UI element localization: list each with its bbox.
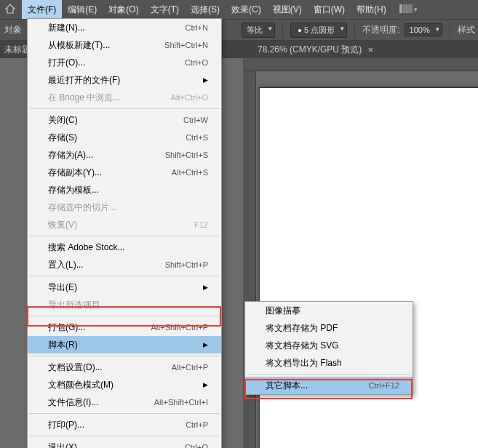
chevron-right-icon: ▶ [203,284,208,291]
menu-item-label: 置入(L)... [48,259,84,271]
menu-item-label: 打印(P)... [48,419,84,431]
file-menu-item-14[interactable]: 搜索 Adobe Stock... [28,239,221,256]
menu-text[interactable]: 文字(T) [145,0,185,19]
opacity-label: 不透明度: [362,24,399,36]
chevron-right-icon: ▶ [203,381,208,388]
menu-object[interactable]: 对象(O) [103,0,144,19]
tab-close-icon[interactable]: × [367,44,373,55]
file-menu-item-17[interactable]: 导出(E)▶ [28,279,221,296]
menu-item-label: 导出所选项目... [48,299,108,311]
menu-select[interactable]: 选择(S) [185,0,226,19]
menu-item-shortcut: Shift+Ctrl+P [165,260,208,269]
menu-item-shortcut: Alt+Ctrl+P [172,363,208,372]
menu-item-label: 恢复(V) [48,219,77,231]
proportion-dropdown[interactable]: 等比 [242,23,275,38]
file-menu-item-24[interactable]: 文档颜色模式(M)▶ [28,376,221,393]
ruler-horizontal [243,58,478,71]
menu-item-shortcut: Alt+Ctrl+S [172,168,208,177]
menu-item-label: 文档设置(D)... [48,361,103,374]
menu-item-label: 退出(X) [48,441,77,449]
menu-edit[interactable]: 编辑(E) [62,0,103,19]
home-icon[interactable] [4,3,16,17]
menubar: 文件(F) 编辑(E) 对象(O) 文字(T) 选择(S) 效果(C) 视图(V… [0,0,478,19]
tab-title: 78.26% (CMYK/GPU 预览) [258,44,362,56]
menu-item-label: 存储为(A)... [48,149,93,161]
file-menu-item-4: 在 Bridge 中浏览...Alt+Ctrl+O [28,89,221,106]
file-menu-item-3[interactable]: 最近打开的文件(F)▶ [28,71,221,89]
style-label: 样式 [458,24,475,36]
menu-item-label: 将文档存储为 PDF [266,322,338,335]
menu-item-shortcut: Alt+Shift+Ctrl+P [151,323,208,332]
stroke-dropdown[interactable]: 5 点圆形 [290,23,347,38]
script-submenu-dropdown: 图像描摹将文档存储为 PDF将文档存储为 SVG将文档导出为 Flash其它脚本… [244,301,413,395]
menu-view[interactable]: 视图(V) [267,0,308,19]
toolbar-label-left: 对象 [4,24,22,36]
file-menu-item-25[interactable]: 文件信息(I)...Alt+Shift+Ctrl+I [28,393,221,411]
menu-item-shortcut: Shift+Ctrl+S [165,151,208,159]
svg-rect-1 [403,4,413,13]
menu-item-label: 最近打开的文件(F) [48,74,120,87]
file-menu-item-6[interactable]: 关闭(C)Ctrl+W [28,111,221,129]
file-menu-item-9[interactable]: 存储副本(Y)...Alt+Ctrl+S [28,164,221,181]
menu-separator [29,108,220,109]
file-menu-item-0[interactable]: 新建(N)...Ctrl+N [28,19,221,36]
menu-window[interactable]: 窗口(W) [308,0,351,19]
menu-help[interactable]: 帮助(H) [351,0,392,19]
layout-icon[interactable] [399,4,413,15]
script-menu-item-2[interactable]: 将文档存储为 SVG [245,337,413,354]
file-menu-item-8[interactable]: 存储为(A)...Shift+Ctrl+S [28,146,221,164]
script-menu-item-5[interactable]: 其它脚本...Ctrl+F12 [245,377,413,394]
menu-item-label: 脚本(R) [48,339,78,351]
menu-item-label: 在 Bridge 中浏览... [48,92,120,104]
opacity-value[interactable]: 100% [405,23,442,36]
menu-effect[interactable]: 效果(C) [226,0,267,19]
menu-item-shortcut: Ctrl+Q [185,443,208,448]
menu-item-shortcut: Ctrl+N [186,23,208,32]
file-menu-item-27[interactable]: 打印(P)...Ctrl+P [28,416,221,433]
menu-item-shortcut: Ctrl+O [185,58,208,67]
menu-separator [247,374,411,375]
menu-item-shortcut: Ctrl+S [186,133,208,142]
menu-item-label: 其它脚本... [266,380,308,392]
file-menu-item-2[interactable]: 打开(O)...Ctrl+O [28,54,221,71]
menu-separator [29,436,220,436]
menu-item-label: 关闭(C) [48,114,78,127]
menu-item-label: 存储副本(Y)... [48,167,102,179]
script-menu-item-0[interactable]: 图像描摹 [245,302,413,319]
menu-item-shortcut: Ctrl+W [183,116,208,124]
menu-separator [29,413,220,414]
menu-item-label: 打包(G)... [48,321,85,334]
menu-item-label: 搜索 Adobe Stock... [48,241,124,254]
chevron-right-icon: ▶ [203,76,208,84]
file-menu-item-23[interactable]: 文档设置(D)...Alt+Ctrl+P [28,359,221,376]
menu-item-shortcut: Alt+Ctrl+O [171,93,208,102]
menu-file[interactable]: 文件(F) [22,0,62,19]
menu-item-label: 图像描摹 [266,305,300,317]
file-menu-item-15[interactable]: 置入(L)...Shift+Ctrl+P [28,256,221,273]
menu-item-label: 导出(E) [48,281,77,294]
menu-item-label: 将文档存储为 SVG [266,340,339,352]
menu-item-shortcut: Ctrl+P [186,420,208,429]
menu-item-label: 打开(O)... [48,57,85,69]
svg-rect-0 [399,4,402,13]
menu-item-label: 文件信息(I)... [48,396,98,409]
file-menu-item-7[interactable]: 存储(S)Ctrl+S [28,129,221,146]
file-menu-item-1[interactable]: 从模板新建(T)...Shift+Ctrl+N [28,36,221,54]
file-menu-item-18: 导出所选项目... [28,296,221,313]
menu-separator [29,356,220,356]
file-menu-item-20[interactable]: 打包(G)...Alt+Shift+Ctrl+P [28,319,221,336]
document-tab[interactable]: 78.26% (CMYK/GPU 预览) × [252,44,379,56]
menu-separator [29,276,220,276]
menu-item-label: 从模板新建(T)... [48,39,110,52]
script-menu-item-3[interactable]: 将文档导出为 Flash [245,354,413,372]
menu-item-shortcut: Ctrl+F12 [369,381,400,390]
file-menu-item-21[interactable]: 脚本(R)▶ [28,336,221,353]
file-menu-dropdown: 新建(N)...Ctrl+N从模板新建(T)...Shift+Ctrl+N打开(… [27,18,222,448]
menu-item-shortcut: F12 [194,220,208,229]
chevron-right-icon: ▶ [203,341,208,348]
menu-item-shortcut: Alt+Shift+Ctrl+I [154,398,208,407]
file-menu-item-29[interactable]: 退出(X)Ctrl+Q [28,439,221,448]
script-menu-item-1[interactable]: 将文档存储为 PDF [245,319,413,337]
file-menu-item-12: 恢复(V)F12 [28,216,221,233]
file-menu-item-10[interactable]: 存储为模板... [28,181,221,199]
